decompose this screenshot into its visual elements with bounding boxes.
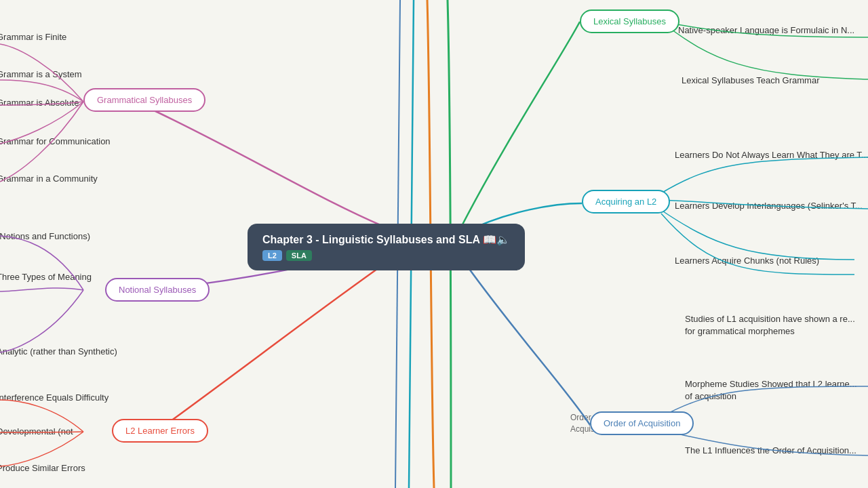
text-lexical-teach-grammar: Lexical Syllabuses Teach Grammar [682, 75, 820, 87]
text-l1-influences-order: The L1 Influences the Order of Acquisiti… [685, 445, 856, 457]
text-developmental: Developmental (not [0, 426, 73, 438]
text-grammar-absolute: Grammar is Absolute [0, 97, 79, 109]
text-learners-not-always: Learners Do Not Always Learn What They a… [675, 149, 868, 161]
central-emoji: 📖🔈 [483, 234, 510, 245]
text-learners-acquire-chunks: Learners Acquire Chunks (not Rules) [675, 255, 819, 267]
central-title: Chapter 3 - Linguistic Syllabuses and SL… [262, 234, 479, 245]
text-similar-errors: Produce Similar Errors [0, 462, 85, 474]
text-grammar-community: Grammar in a Community [0, 173, 98, 185]
central-node[interactable]: Chapter 3 - Linguistic Syllabuses and SL… [248, 224, 525, 270]
text-interference: Interference Equals Difficulty [0, 392, 108, 404]
l2-learner-errors-label: L2 Learner Errors [112, 419, 208, 443]
node-acquiring-l2[interactable]: Acquiring an L2 [582, 190, 670, 214]
acquiring-l2-label: Acquiring an L2 [582, 190, 670, 214]
text-grammar-communication: Grammar for Communication [0, 136, 111, 148]
notional-syllabuses-label: Notional Syllabuses [105, 278, 210, 302]
node-lexical-syllabuses[interactable]: Lexical Syllabuses [580, 9, 679, 33]
node-grammatical-syllabuses[interactable]: Grammatical Syllabuses [83, 88, 205, 112]
grammatical-syllabuses-label: Grammatical Syllabuses [83, 88, 205, 112]
text-notions-functions: (Notions and Functions) [0, 230, 90, 243]
text-morpheme-studies: Morpheme Studies Showed that L2 learne..… [685, 378, 857, 403]
text-grammar-finite: Grammar is Finite [0, 31, 66, 43]
text-grammar-system: Grammar is a System [0, 68, 82, 81]
text-learners-interlanguages: Learners Develop Interlanguages (Selinke… [675, 200, 863, 212]
node-l2-learner-errors[interactable]: L2 Learner Errors [112, 419, 208, 443]
tag-l2: L2 [262, 250, 282, 261]
text-three-types-meaning: Three Types of Meaning [0, 271, 92, 283]
tag-sla: SLA [286, 250, 312, 261]
node-order-acquisition[interactable]: Order of Acquisition [590, 411, 694, 435]
node-notional-syllabuses[interactable]: Notional Syllabuses [105, 278, 210, 302]
lexical-syllabuses-label: Lexical Syllabuses [580, 9, 679, 33]
text-analytic: Analytic (rather than Synthetic) [0, 346, 117, 358]
text-native-speaker-formulaic: Native-speaker Language is Formulaic in … [678, 24, 854, 37]
order-acquisition-label: Order of Acquisition [590, 411, 694, 435]
text-l1-acquisition-studies: Studies of L1 acquisition have shown a r… [685, 313, 855, 338]
